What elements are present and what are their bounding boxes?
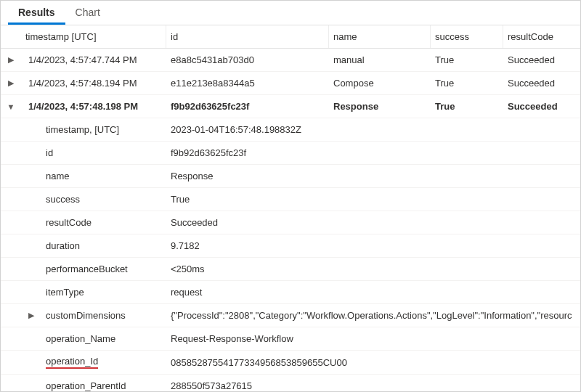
cell-success: True (431, 73, 503, 94)
detail-val-timestamp: 2023-01-04T16:57:48.198832Z (166, 119, 581, 140)
cell-timestamp: 1/4/2023, 4:57:48.198 PM (21, 96, 166, 117)
chevron-right-icon[interactable]: ▶ (21, 311, 41, 320)
tab-chart[interactable]: Chart (65, 1, 110, 25)
header-success[interactable]: success (431, 25, 503, 48)
cell-id: e11e213e8a8344a5 (166, 73, 329, 94)
detail-val-operation-id: 08585287554177334956853859655CU00 (166, 352, 581, 373)
detail-row[interactable]: operation_Name Request-Response-Workflow (1, 327, 580, 351)
detail-row[interactable]: operation_ParentId 288550f573a27615 (1, 375, 580, 392)
cell-name: Response (329, 96, 431, 117)
cell-timestamp: 1/4/2023, 4:57:47.744 PM (21, 49, 166, 70)
detail-val-customdimensions: {"ProcessId":"2808","Category":"Workflow… (166, 305, 581, 326)
header-timestamp[interactable]: timestamp [UTC] (21, 25, 166, 48)
detail-val-name: Response (166, 166, 581, 187)
detail-key-operation-id: operation_Id (41, 351, 166, 374)
header-expand-col (1, 31, 21, 43)
header-resultcode[interactable]: resultCode (503, 25, 581, 48)
detail-val-resultcode: Succeeded (166, 212, 581, 233)
detail-key-itemtype: itemType (41, 282, 166, 303)
cell-name: manual (329, 49, 431, 70)
cell-timestamp: 1/4/2023, 4:57:48.194 PM (21, 73, 166, 94)
chevron-down-icon[interactable]: ▼ (1, 95, 21, 118)
cell-id: f9b92d63625fc23f (166, 96, 329, 117)
detail-key-operation-name: operation_Name (41, 328, 166, 349)
header-id[interactable]: id (166, 25, 329, 48)
detail-row[interactable]: resultCode Succeeded (1, 211, 580, 234)
detail-key-timestamp: timestamp, [UTC] (41, 119, 166, 140)
detail-key-success: success (41, 189, 166, 210)
detail-row[interactable]: name Response (1, 165, 580, 188)
detail-key-operation-parentid: operation_ParentId (41, 375, 166, 392)
detail-val-id: f9b92d63625fc23f (166, 142, 581, 163)
chevron-right-icon[interactable]: ▶ (1, 49, 21, 71)
detail-row[interactable]: performanceBucket <250ms (1, 258, 580, 281)
table-row[interactable]: ▶ 1/4/2023, 4:57:48.194 PM e11e213e8a834… (1, 72, 580, 95)
detail-key-resultcode: resultCode (41, 212, 166, 233)
cell-resultcode: Succeeded (503, 96, 581, 117)
detail-val-duration: 9.7182 (166, 235, 581, 256)
detail-row[interactable]: duration 9.7182 (1, 234, 580, 258)
cell-resultcode: Succeeded (503, 49, 581, 70)
grid-header: timestamp [UTC] id name success resultCo… (1, 25, 580, 49)
detail-row[interactable]: success True (1, 188, 580, 211)
detail-val-success: True (166, 189, 581, 210)
detail-key-name: name (41, 166, 166, 187)
detail-key-customdimensions: customDimensions (41, 305, 166, 326)
cell-id: e8a8c5431ab703d0 (166, 49, 329, 70)
cell-success: True (431, 49, 503, 70)
cell-resultcode: Succeeded (503, 73, 581, 94)
tabs-bar: Results Chart (1, 1, 580, 25)
detail-row[interactable]: itemType request (1, 281, 580, 304)
detail-panel: timestamp, [UTC] 2023-01-04T16:57:48.198… (1, 118, 580, 392)
detail-val-performancebucket: <250ms (166, 258, 581, 279)
chevron-right-icon[interactable]: ▶ (1, 72, 21, 94)
tab-results[interactable]: Results (8, 1, 65, 25)
cell-success: True (431, 96, 503, 117)
detail-val-operation-name: Request-Response-Workflow (166, 328, 581, 349)
detail-row[interactable]: operation_Id 085852875541773349568538596… (1, 351, 580, 375)
detail-val-operation-parentid: 288550f573a27615 (166, 375, 581, 392)
detail-key-duration: duration (41, 235, 166, 256)
detail-key-id: id (41, 142, 166, 163)
detail-row[interactable]: id f9b92d63625fc23f (1, 142, 580, 165)
table-row[interactable]: ▶ 1/4/2023, 4:57:47.744 PM e8a8c5431ab70… (1, 49, 580, 72)
cell-name: Compose (329, 73, 431, 94)
detail-row[interactable]: ▶ customDimensions {"ProcessId":"2808","… (1, 304, 580, 327)
header-name[interactable]: name (329, 25, 431, 48)
table-row[interactable]: ▼ 1/4/2023, 4:57:48.198 PM f9b92d63625fc… (1, 95, 580, 118)
detail-val-itemtype: request (166, 282, 581, 303)
detail-key-performancebucket: performanceBucket (41, 258, 166, 279)
detail-row[interactable]: timestamp, [UTC] 2023-01-04T16:57:48.198… (1, 118, 580, 142)
